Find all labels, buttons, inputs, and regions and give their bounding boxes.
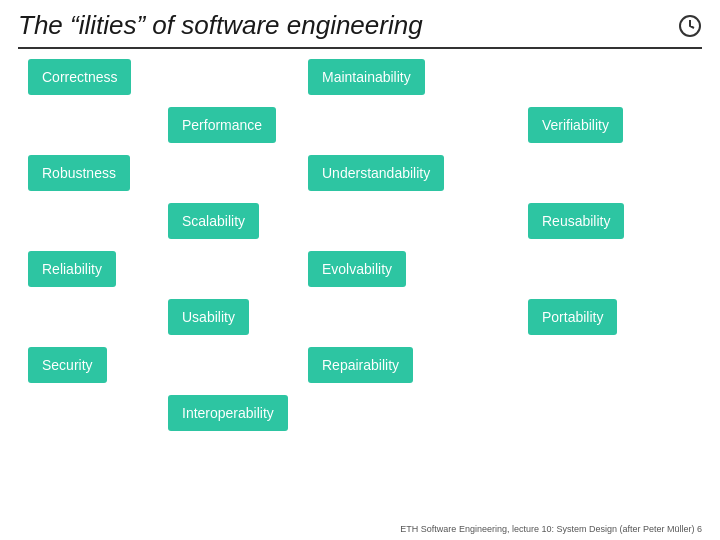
- tag-repairability: Repairability: [308, 347, 413, 383]
- tag-scalability: Scalability: [168, 203, 259, 239]
- footer-text: ETH Software Engineering, lecture 10: Sy…: [400, 524, 702, 534]
- tag-evolvability: Evolvability: [308, 251, 406, 287]
- page-title: The “ilities” of software engineering: [18, 10, 423, 41]
- tag-understandability: Understandability: [308, 155, 444, 191]
- tag-correctness: Correctness: [28, 59, 131, 95]
- tag-performance: Performance: [168, 107, 276, 143]
- tag-usability: Usability: [168, 299, 249, 335]
- tag-maintainability: Maintainability: [308, 59, 425, 95]
- tag-interoperability: Interoperability: [168, 395, 288, 431]
- tag-portability: Portability: [528, 299, 617, 335]
- tag-security: Security: [28, 347, 107, 383]
- page: The “ilities” of software engineering Co…: [0, 0, 720, 540]
- tag-robustness: Robustness: [28, 155, 130, 191]
- title-row: The “ilities” of software engineering: [18, 10, 702, 49]
- clock-icon: [678, 14, 702, 38]
- tag-verifiability: Verifiability: [528, 107, 623, 143]
- tag-reliability: Reliability: [28, 251, 116, 287]
- tag-reusability: Reusability: [528, 203, 624, 239]
